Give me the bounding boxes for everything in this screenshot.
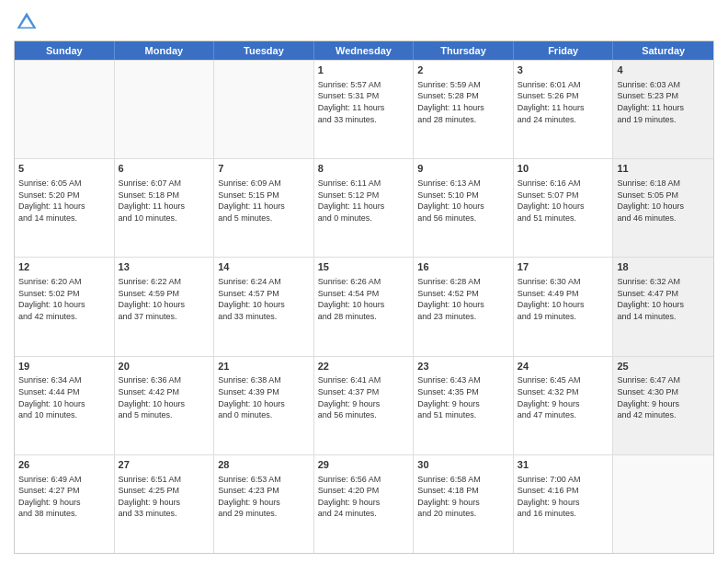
day-number: 3 bbox=[518, 63, 609, 77]
cell-info-text: Sunrise: 6:41 AM bbox=[318, 374, 410, 386]
cell-info-text: and 33 minutes. bbox=[119, 508, 210, 520]
cell-info-text: Sunrise: 6:32 AM bbox=[617, 276, 710, 288]
cell-info-text: and 24 minutes. bbox=[518, 114, 609, 126]
calendar-row-0: 1Sunrise: 5:57 AMSunset: 5:31 PMDaylight… bbox=[15, 60, 713, 158]
cell-info-text: and 0 minutes. bbox=[218, 409, 310, 421]
day-number: 10 bbox=[518, 162, 609, 176]
cell-info-text: Sunset: 5:28 PM bbox=[417, 90, 509, 102]
cell-info-text: Sunset: 4:57 PM bbox=[218, 288, 310, 300]
day-number: 8 bbox=[318, 162, 410, 176]
calendar-cell-3-1: 20Sunrise: 6:36 AMSunset: 4:42 PMDayligh… bbox=[115, 357, 215, 454]
cell-info-text: Daylight: 9 hours bbox=[318, 398, 410, 410]
day-number: 21 bbox=[218, 360, 310, 373]
cell-info-text: and 47 minutes. bbox=[518, 409, 609, 421]
day-number: 25 bbox=[617, 360, 710, 373]
cell-info-text: Daylight: 10 hours bbox=[218, 398, 310, 410]
cell-info-text: Sunrise: 6:07 AM bbox=[119, 178, 210, 190]
day-number: 27 bbox=[119, 458, 210, 472]
day-number: 30 bbox=[417, 458, 509, 472]
cell-info-text: and 0 minutes. bbox=[318, 213, 410, 224]
cell-info-text: Sunset: 4:23 PM bbox=[218, 485, 310, 497]
cell-info-text: Sunset: 4:39 PM bbox=[218, 386, 310, 398]
cell-info-text: Sunrise: 6:51 AM bbox=[119, 474, 210, 486]
calendar-cell-2-6: 18Sunrise: 6:32 AMSunset: 4:47 PMDayligh… bbox=[613, 258, 713, 355]
day-number: 19 bbox=[18, 360, 110, 373]
calendar-cell-2-1: 13Sunrise: 6:22 AMSunset: 4:59 PMDayligh… bbox=[115, 258, 215, 355]
cell-info-text: Daylight: 10 hours bbox=[18, 398, 110, 410]
calendar-cell-2-4: 16Sunrise: 6:28 AMSunset: 4:52 PMDayligh… bbox=[414, 258, 514, 355]
day-number: 9 bbox=[417, 162, 509, 176]
calendar-cell-0-6: 4Sunrise: 6:03 AMSunset: 5:23 PMDaylight… bbox=[613, 61, 713, 158]
day-number: 14 bbox=[218, 260, 310, 274]
calendar-cell-2-2: 14Sunrise: 6:24 AMSunset: 4:57 PMDayligh… bbox=[214, 258, 314, 355]
cell-info-text: Sunset: 4:25 PM bbox=[119, 485, 210, 497]
header-day-thursday: Thursday bbox=[414, 41, 514, 60]
calendar-cell-4-6 bbox=[613, 455, 713, 553]
cell-info-text: and 38 minutes. bbox=[18, 508, 110, 520]
cell-info-text: Sunrise: 5:59 AM bbox=[417, 79, 509, 91]
cell-info-text: Sunset: 5:02 PM bbox=[18, 288, 110, 300]
cell-info-text: Sunset: 5:23 PM bbox=[617, 90, 710, 102]
cell-info-text: Sunrise: 6:47 AM bbox=[617, 374, 710, 386]
page: SundayMondayTuesdayWednesdayThursdayFrid… bbox=[0, 0, 728, 563]
cell-info-text: and 10 minutes. bbox=[18, 409, 110, 421]
cell-info-text: Daylight: 10 hours bbox=[417, 201, 509, 213]
cell-info-text: Sunset: 5:15 PM bbox=[218, 190, 310, 201]
day-number: 12 bbox=[18, 260, 110, 274]
cell-info-text: Daylight: 9 hours bbox=[417, 497, 509, 509]
calendar-row-1: 5Sunrise: 6:05 AMSunset: 5:20 PMDaylight… bbox=[15, 158, 713, 257]
calendar-cell-4-4: 30Sunrise: 6:58 AMSunset: 4:18 PMDayligh… bbox=[414, 455, 514, 553]
day-number: 7 bbox=[218, 162, 310, 176]
calendar-cell-3-4: 23Sunrise: 6:43 AMSunset: 4:35 PMDayligh… bbox=[414, 357, 514, 454]
calendar-cell-2-0: 12Sunrise: 6:20 AMSunset: 5:02 PMDayligh… bbox=[15, 258, 115, 355]
day-number: 31 bbox=[518, 458, 609, 472]
day-number: 23 bbox=[417, 360, 509, 373]
cell-info-text: Sunset: 4:44 PM bbox=[18, 386, 110, 398]
cell-info-text: and 14 minutes. bbox=[617, 311, 710, 323]
calendar-cell-4-1: 27Sunrise: 6:51 AMSunset: 4:25 PMDayligh… bbox=[115, 455, 215, 553]
cell-info-text: Sunrise: 6:26 AM bbox=[318, 276, 410, 288]
calendar-cell-1-6: 11Sunrise: 6:18 AMSunset: 5:05 PMDayligh… bbox=[613, 159, 713, 257]
cell-info-text: and 19 minutes. bbox=[617, 114, 710, 126]
cell-info-text: Sunrise: 6:58 AM bbox=[417, 474, 509, 486]
calendar-cell-4-2: 28Sunrise: 6:53 AMSunset: 4:23 PMDayligh… bbox=[214, 455, 314, 553]
calendar-cell-1-1: 6Sunrise: 6:07 AMSunset: 5:18 PMDaylight… bbox=[115, 159, 215, 257]
cell-info-text: and 56 minutes. bbox=[417, 213, 509, 224]
cell-info-text: and 51 minutes. bbox=[518, 213, 609, 224]
cell-info-text: Daylight: 9 hours bbox=[18, 497, 110, 509]
cell-info-text: Sunrise: 6:05 AM bbox=[18, 178, 110, 190]
cell-info-text: and 14 minutes. bbox=[18, 213, 110, 224]
day-number: 4 bbox=[617, 63, 710, 77]
cell-info-text: Sunset: 5:31 PM bbox=[318, 90, 410, 102]
cell-info-text: Sunset: 5:05 PM bbox=[617, 190, 710, 201]
cell-info-text: Daylight: 10 hours bbox=[518, 201, 609, 213]
day-number: 29 bbox=[318, 458, 410, 472]
calendar-cell-0-2 bbox=[214, 61, 314, 158]
cell-info-text: and 20 minutes. bbox=[417, 508, 509, 520]
calendar-cell-0-5: 3Sunrise: 6:01 AMSunset: 5:26 PMDaylight… bbox=[514, 61, 614, 158]
cell-info-text: Sunset: 4:37 PM bbox=[318, 386, 410, 398]
cell-info-text: Sunset: 4:32 PM bbox=[518, 386, 609, 398]
cell-info-text: Daylight: 10 hours bbox=[218, 299, 310, 311]
calendar-cell-0-4: 2Sunrise: 5:59 AMSunset: 5:28 PMDaylight… bbox=[414, 61, 514, 158]
cell-info-text: Sunrise: 6:36 AM bbox=[119, 374, 210, 386]
cell-info-text: Daylight: 10 hours bbox=[617, 201, 710, 213]
cell-info-text: Sunrise: 6:34 AM bbox=[18, 374, 110, 386]
cell-info-text: Sunrise: 6:13 AM bbox=[417, 178, 509, 190]
calendar-cell-4-0: 26Sunrise: 6:49 AMSunset: 4:27 PMDayligh… bbox=[15, 455, 115, 553]
cell-info-text: Daylight: 11 hours bbox=[18, 201, 110, 213]
cell-info-text: Daylight: 11 hours bbox=[617, 102, 710, 114]
calendar-cell-3-2: 21Sunrise: 6:38 AMSunset: 4:39 PMDayligh… bbox=[214, 357, 314, 454]
cell-info-text: Daylight: 11 hours bbox=[518, 102, 609, 114]
cell-info-text: Sunset: 4:42 PM bbox=[119, 386, 210, 398]
cell-info-text: and 24 minutes. bbox=[318, 508, 410, 520]
cell-info-text: Sunrise: 6:22 AM bbox=[119, 276, 210, 288]
cell-info-text: Daylight: 9 hours bbox=[417, 398, 509, 410]
day-number: 24 bbox=[518, 360, 609, 373]
calendar-cell-2-3: 15Sunrise: 6:26 AMSunset: 4:54 PMDayligh… bbox=[314, 258, 415, 355]
cell-info-text: and 46 minutes. bbox=[617, 213, 710, 224]
calendar-cell-3-3: 22Sunrise: 6:41 AMSunset: 4:37 PMDayligh… bbox=[314, 357, 415, 454]
cell-info-text: Sunrise: 6:56 AM bbox=[318, 474, 410, 486]
calendar-cell-4-5: 31Sunrise: 7:00 AMSunset: 4:16 PMDayligh… bbox=[514, 455, 614, 553]
cell-info-text: Daylight: 9 hours bbox=[518, 398, 609, 410]
